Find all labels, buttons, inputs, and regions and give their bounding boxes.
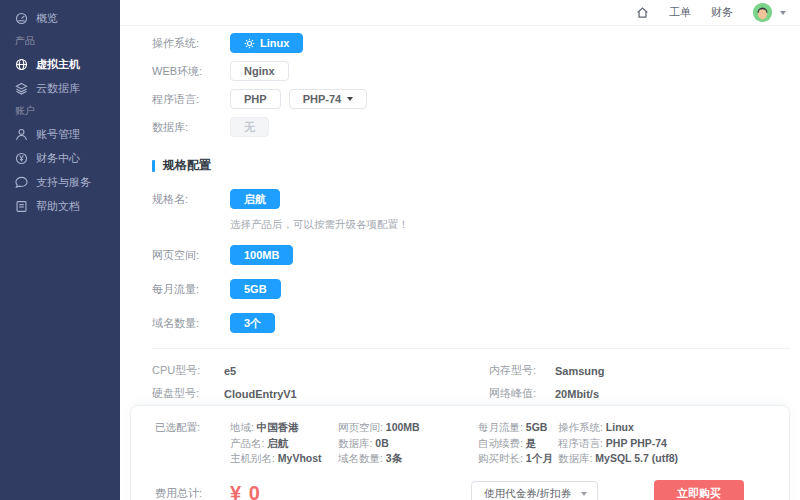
row-language: 程序语言: PHP PHP-74 [152,89,800,109]
summary-row: 已选配置: 地域: 中国香港 产品名: 启航 主机别名: MyVhost 网页空… [155,420,789,467]
sidebar-item-support[interactable]: 支持与服务 [0,170,120,194]
buy-now-button[interactable]: 立即购买 [654,480,744,500]
database-value: MySQL 5.7 (utf8) [595,452,678,464]
web-nginx-button[interactable]: Nginx [230,61,289,81]
order-summary-card: 已选配置: 地域: 中国香港 产品名: 启航 主机别名: MyVhost 网页空… [130,405,790,500]
web-space-label: 网页空间: [152,248,230,263]
divider [152,348,790,349]
web-env-label: WEB环境: [152,64,230,79]
summary-col-4: 操作系统: Linux 程序语言: PHP PHP-74 数据库: MySQL … [558,420,678,467]
summary-col-2: 网页空间: 100MB 数据库: 0B 域名数量: 3条 [338,420,478,467]
web-nginx-label: Nginx [244,65,275,77]
product-name-label: 产品名: [230,437,264,449]
sidebar-section-products: 产品 [0,30,120,52]
language-label: 程序语言: [558,437,603,449]
php-version-dropdown[interactable]: PHP-74 [289,89,368,109]
web-space-label: 网页空间: [338,421,383,433]
memory-model-label: 内存型号: [489,363,555,378]
sidebar-item-label: 帮助文档 [36,199,80,214]
sidebar-item-help-docs[interactable]: 帮助文档 [0,194,120,218]
spec-name-value: 启航 [244,192,266,207]
chevron-down-icon [581,492,587,496]
duration-label: 购买时长: [478,452,523,464]
sidebar-item-account-management[interactable]: 账号管理 [0,122,120,146]
top-header: 工单 财务 [120,0,800,26]
sidebar-item-label: 概览 [36,11,58,26]
os-label: 操作系统: [152,36,230,51]
os-linux-label: Linux [260,37,289,49]
home-icon[interactable] [636,6,649,19]
row-domain-count: 域名数量: 3个 [152,312,800,334]
document-icon [15,200,28,213]
chevron-down-icon[interactable] [780,11,786,15]
database-none-button: 无 [230,117,269,137]
memory-model-value: Samsung [555,365,605,377]
os-label: 操作系统: [558,421,603,433]
row-database: 数据库: 无 [152,117,800,137]
voucher-select[interactable]: 使用代金券/折扣券 [471,481,598,500]
chat-bubble-icon [15,176,28,189]
network-peak-label: 网络峰值: [489,386,555,401]
disk-model-value: CloudEntryV1 [224,388,434,400]
monthly-traffic-button[interactable]: 5GB [230,279,281,299]
database-label: 数据库: [152,120,230,135]
pay-row: 费用总计: ¥ 0 使用代金券/折扣券 立即购买 [155,480,789,500]
domain-count-label: 域名数量: [338,452,383,464]
hardware-row: CPU型号: e5 内存型号: Samsung [152,359,800,382]
summary-title: 已选配置: [155,420,230,467]
sidebar-item-label: 财务中心 [36,151,80,166]
row-spec-name: 规格名: 启航 [152,188,800,210]
chevron-down-icon [347,97,353,101]
os-value: Linux [606,421,634,433]
row-web-env: WEB环境: Nginx [152,61,800,81]
header-link-finance[interactable]: 财务 [711,5,733,20]
hardware-row: 硬盘型号: CloudEntryV1 网络峰值: 20Mbit/s [152,382,800,405]
total-cost-label: 费用总计: [155,486,230,500]
host-alias-label: 主机别名: [230,452,275,464]
sidebar-item-label: 账号管理 [36,127,80,142]
spec-name-label: 规格名: [152,192,230,207]
spec-section-title: 规格配置 [152,157,800,174]
sidebar-item-label: 云数据库 [36,81,80,96]
row-monthly-traffic: 每月流量: 5GB [152,278,800,300]
summary-col-1: 地域: 中国香港 产品名: 启航 主机别名: MyVhost [230,420,338,467]
cpu-model-value: e5 [224,365,434,377]
row-web-space: 网页空间: 100MB [152,244,800,266]
disk-model-label: 硬盘型号: [152,386,224,401]
domain-count-value: 3条 [386,452,402,464]
product-name-value: 启航 [267,437,288,449]
web-space-button[interactable]: 100MB [230,245,293,265]
host-icon [15,58,28,71]
domain-count-button[interactable]: 3个 [230,313,275,333]
web-space-value: 100MB [244,249,279,261]
spec-name-button[interactable]: 启航 [230,189,280,209]
accent-bar [152,160,155,172]
region-value: 中国香港 [257,421,299,433]
lang-php-button[interactable]: PHP [230,89,281,109]
user-icon [15,128,28,141]
monthly-traffic-label: 每月流量: [152,282,230,297]
sidebar-item-virtual-host[interactable]: 虚拟主机 [0,52,120,76]
duration-value: 1个月 [526,452,553,464]
language-value: PHP PHP-74 [606,437,667,449]
main-area: 工单 财务 操作系统: Linux [120,0,800,500]
linux-icon [244,38,255,49]
sidebar-item-overview[interactable]: 概览 [0,6,120,30]
sidebar-item-cloud-database[interactable]: 云数据库 [0,76,120,100]
sidebar-item-finance-center[interactable]: 财务中心 [0,146,120,170]
header-link-workorder[interactable]: 工单 [669,5,691,20]
database-size-value: 0B [375,437,388,449]
avatar-face [753,3,772,22]
avatar[interactable] [753,3,772,22]
sidebar: 概览 产品 虚拟主机 云数据库 账户 账号管理 财务中心 [0,0,120,500]
sidebar-item-label: 支持与服务 [36,175,91,190]
cpu-model-label: CPU型号: [152,363,224,378]
sidebar-item-label: 虚拟主机 [36,57,80,72]
app: 概览 产品 虚拟主机 云数据库 账户 账号管理 财务中心 [0,0,800,500]
voucher-label: 使用代金券/折扣券 [484,487,571,500]
os-linux-button[interactable]: Linux [230,33,303,53]
monthly-traffic-value: 5GB [244,283,267,295]
gauge-icon [15,12,28,25]
php-version-label: PHP-74 [303,93,342,105]
database-none-label: 无 [244,120,255,135]
